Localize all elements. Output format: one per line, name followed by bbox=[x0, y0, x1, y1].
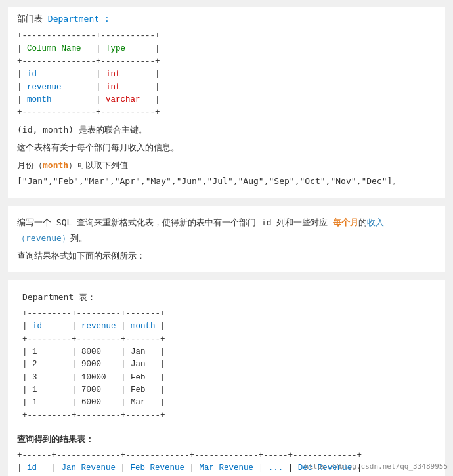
note1: (id, month) 是表的联合主键。 bbox=[17, 122, 436, 137]
note3: 月份（month）可以取下列值 ["Jan","Feb","Mar","Apr"… bbox=[17, 158, 436, 188]
title-chinese: 部门表 bbox=[17, 14, 43, 24]
title-label: Department : bbox=[48, 14, 110, 24]
result-table-label: 查询得到的结果表： bbox=[17, 431, 436, 446]
section-example: Department 表： +---------+---------+-----… bbox=[8, 280, 445, 476]
result-label: 查询结果格式如下面的示例所示： bbox=[17, 248, 436, 263]
description-text: 编写一个 SQL 查询来重新格式化表，使得新的表中有一个部门 id 列和一些对应… bbox=[17, 215, 436, 246]
dept-table-label: Department 表： bbox=[22, 290, 436, 305]
section-schema-title: 部门表 Department : bbox=[17, 13, 436, 25]
section-schema: 部门表 Department : +---------------+------… bbox=[8, 7, 445, 198]
schema-table: +---------------+-----------+ | Column N… bbox=[17, 30, 436, 119]
note2: 这个表格有关于每个部门每月收入的信息。 bbox=[17, 140, 436, 155]
section-description: 编写一个 SQL 查询来重新格式化表，使得新的表中有一个部门 id 列和一些对应… bbox=[8, 206, 445, 272]
watermark: https://blog.csdn.net/qq_33489955 bbox=[304, 462, 448, 471]
dept-table: +---------+---------+-------+ | id | rev… bbox=[22, 308, 436, 422]
